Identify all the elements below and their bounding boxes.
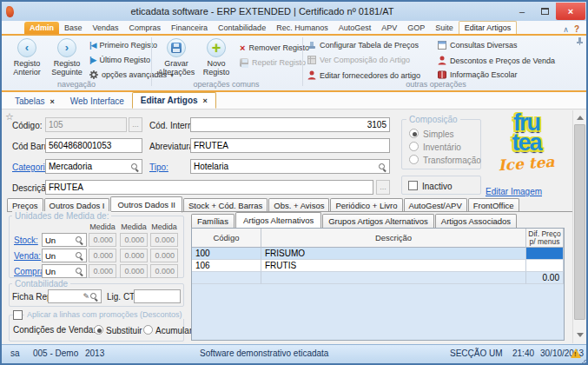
tab-frontoffice[interactable]: FrontOffice bbox=[468, 198, 519, 212]
ultimo-registo-button[interactable]: |▶ Último Registo bbox=[89, 56, 150, 64]
gravar-alteracoes-button[interactable]: Gravar Alterações bbox=[156, 37, 196, 76]
resize-grip[interactable] bbox=[582, 358, 587, 363]
ribbon-tab-compras[interactable]: Compras bbox=[124, 22, 167, 34]
radio-acumular[interactable] bbox=[143, 325, 153, 335]
doc-tab-web-interface[interactable]: Web Interface bbox=[63, 94, 132, 109]
tab-autogest-apv[interactable]: AutoGest/APV bbox=[404, 198, 467, 212]
lig-cte-input[interactable] bbox=[134, 289, 181, 303]
ver-composicao-label: Ver Composição do Artigo bbox=[320, 56, 410, 64]
radio-transformacao[interactable] bbox=[409, 155, 419, 164]
abreviatura-input[interactable] bbox=[190, 138, 390, 153]
categoria-combo[interactable]: Mercadoria bbox=[45, 159, 142, 174]
venda-link[interactable]: Venda: bbox=[14, 251, 41, 261]
close-button[interactable]: × bbox=[556, 3, 585, 20]
promocoes-checkbox[interactable] bbox=[13, 310, 23, 320]
person-red-icon bbox=[438, 56, 446, 65]
warning-icon[interactable] bbox=[571, 348, 581, 358]
cell-dif-preco-selected[interactable] bbox=[526, 248, 564, 260]
table-row[interactable]: 100 FRISUMO bbox=[192, 248, 564, 260]
red-x-icon: × bbox=[240, 43, 245, 53]
ribbon-tab-gop[interactable]: GOP bbox=[402, 22, 430, 34]
registo-anterior-button[interactable]: ‹ Registo Anterior bbox=[7, 37, 47, 76]
cod-interno-input[interactable] bbox=[190, 117, 390, 132]
tab-outros-dados-1[interactable]: Outros Dados I bbox=[44, 198, 110, 212]
ribbon-tab-vendas[interactable]: Vendas bbox=[88, 22, 124, 34]
ribbon-tab-editar-artigos[interactable]: Editar Artigos bbox=[459, 21, 518, 34]
compra-unit-combo[interactable]: Un bbox=[42, 264, 87, 278]
table-row[interactable]: 106 FRUTIS bbox=[192, 260, 564, 272]
grid-header-descricao[interactable]: Descrição bbox=[261, 229, 526, 248]
collapse-ribbon-icon[interactable]: ∧ bbox=[563, 25, 569, 34]
search-icon[interactable] bbox=[75, 267, 83, 275]
tab-stock-cod-barras[interactable]: Stock + Cód. Barras bbox=[183, 198, 268, 212]
cell-codigo[interactable]: 106 bbox=[192, 260, 261, 272]
pin-icon[interactable] bbox=[577, 37, 583, 45]
tab-periodico-livro[interactable]: Periódico + Livro bbox=[330, 198, 402, 212]
grid-header-dif-preco[interactable]: Dif. Preço p/ menus bbox=[526, 229, 564, 248]
ribbon-tab-financeira[interactable]: Financeira bbox=[166, 22, 213, 34]
informacao-escolar-button[interactable]: Informação Escolar bbox=[438, 70, 518, 79]
cell-codigo[interactable]: 100 bbox=[192, 248, 261, 260]
tab-precos[interactable]: Preços bbox=[7, 198, 43, 212]
venda-unit-combo[interactable]: Un bbox=[42, 249, 87, 262]
tab-grupos-artigos-alternativos[interactable]: Grupos Artigos Alternativos bbox=[322, 214, 434, 228]
tipo-value: Hotelaria bbox=[194, 162, 378, 171]
primeiro-registo-button[interactable]: |◀ Primeiro Registo bbox=[89, 41, 157, 50]
ribbon-tab-admin[interactable]: Admin bbox=[24, 22, 59, 34]
descontos-precos-venda-button[interactable]: Descontos e Preços de Venda bbox=[438, 56, 555, 65]
grid-header-codigo[interactable]: Código bbox=[192, 229, 261, 248]
ribbon-tab-suite[interactable]: Suite bbox=[430, 22, 459, 34]
ribbon-tab-rec-humanos[interactable]: Rec. Humanos bbox=[271, 22, 334, 34]
stock-unit-value: Un bbox=[45, 236, 75, 245]
ficha-rep-input[interactable]: ✎ bbox=[48, 289, 102, 303]
stock-link[interactable]: Stock: bbox=[14, 236, 38, 245]
radio-substituir[interactable] bbox=[94, 325, 103, 335]
pencil-icon[interactable]: ✎ bbox=[83, 292, 89, 301]
ribbon-tab-contabilidade[interactable]: Contabilidade bbox=[213, 22, 271, 34]
vertical-scrollbar[interactable] bbox=[572, 110, 586, 343]
consultas-diversas-button[interactable]: Consultas Diversas bbox=[438, 41, 518, 50]
cell-descricao[interactable]: FRISUMO bbox=[261, 248, 526, 260]
repetir-registo-label: Repetir Registo bbox=[252, 58, 306, 67]
editar-imagem-link[interactable]: Editar Imagem bbox=[486, 187, 542, 196]
search-icon[interactable] bbox=[130, 163, 139, 171]
close-tab-icon[interactable]: × bbox=[203, 96, 208, 105]
close-tab-icon[interactable]: × bbox=[50, 97, 54, 106]
help-icon[interactable]: ? bbox=[574, 24, 579, 34]
remover-registo-button[interactable]: × Remover Registo bbox=[240, 43, 309, 53]
ribbon-tab-apv[interactable]: APV bbox=[376, 22, 402, 34]
doc-tab-editar-artigos[interactable]: Editar Artigos × bbox=[132, 92, 216, 109]
cod-barras-input[interactable] bbox=[45, 138, 142, 153]
scroll-up-arrow[interactable] bbox=[577, 116, 584, 120]
tipo-combo[interactable]: Hotelaria bbox=[190, 159, 390, 174]
tab-familias[interactable]: Famílias bbox=[191, 214, 235, 228]
ribbon-tab-base[interactable]: Base bbox=[59, 22, 88, 34]
search-icon[interactable] bbox=[75, 251, 83, 260]
scrollbar-thumb[interactable] bbox=[574, 124, 585, 320]
novo-registo-button[interactable]: + Novo Registo bbox=[198, 37, 235, 76]
minimize-button[interactable]: – bbox=[511, 4, 533, 19]
search-icon[interactable] bbox=[89, 292, 98, 301]
tab-obs-avisos[interactable]: Obs. + Avisos bbox=[268, 198, 329, 212]
inactivo-checkbox[interactable] bbox=[408, 181, 418, 190]
cell-dif-preco[interactable] bbox=[526, 260, 564, 272]
configurar-tabela-precos-button[interactable]: Configurar Tabela de Preços bbox=[307, 41, 419, 50]
descricao-input[interactable] bbox=[45, 180, 373, 195]
editar-fornecedores-button[interactable]: Editar fornecedores do artigo bbox=[307, 70, 420, 80]
tab-artigos-associados[interactable]: Artigos Associados bbox=[435, 214, 517, 228]
maximize-button[interactable] bbox=[533, 4, 556, 19]
registo-seguinte-button[interactable]: › Registo Seguinte bbox=[47, 37, 87, 76]
radio-inventario[interactable] bbox=[409, 142, 419, 151]
price-table-icon bbox=[307, 41, 316, 50]
cell-descricao[interactable]: FRUTIS bbox=[261, 260, 526, 272]
tipo-link[interactable]: Tipo: bbox=[149, 163, 168, 172]
radio-simples[interactable] bbox=[409, 129, 419, 138]
search-icon[interactable] bbox=[75, 236, 83, 244]
ribbon-tab-autogest[interactable]: AutoGest bbox=[334, 22, 377, 34]
tab-artigos-alternativos[interactable]: Artigos Alternativos bbox=[235, 212, 321, 229]
stock-unit-combo[interactable]: Un bbox=[42, 233, 87, 247]
scroll-down-arrow[interactable] bbox=[577, 333, 584, 337]
codigo-input[interactable] bbox=[45, 117, 127, 132]
doc-tab-tabelas[interactable]: Tabelas × bbox=[7, 94, 63, 109]
search-icon[interactable] bbox=[378, 163, 386, 171]
